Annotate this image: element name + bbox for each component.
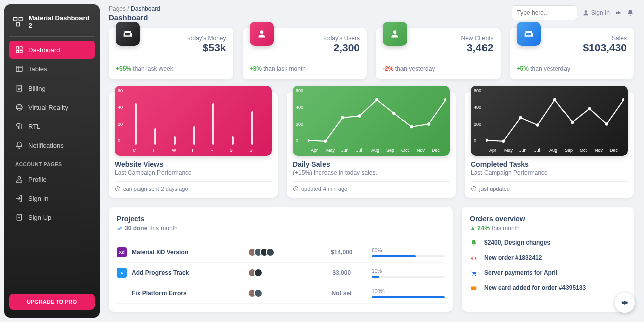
main: Pages / Dashboard Dashboard Sign In Toda…	[104, 0, 644, 322]
orders-title: Orders overview	[470, 215, 626, 223]
clock-icon	[293, 186, 299, 192]
order-item: New card added for order #4395133	[470, 284, 626, 292]
bell-icon[interactable]	[627, 9, 634, 16]
person-icon	[250, 22, 274, 46]
svg-rect-4	[20, 47, 22, 49]
svg-point-10	[16, 106, 22, 108]
code-icon	[470, 254, 478, 262]
chart-title: Website Views	[115, 160, 272, 168]
page-title: Dashboard	[109, 13, 160, 22]
stat-delta: +55% than lask week	[116, 59, 226, 72]
order-text: New card added for order #4395133	[484, 284, 586, 292]
brand-icon	[12, 16, 24, 28]
stat-card: Sales$103,430 +5% than yesterday	[510, 28, 634, 79]
avatar	[266, 248, 275, 257]
search-input[interactable]	[512, 5, 577, 20]
svg-point-22	[392, 112, 395, 115]
chart-card: 0204060MTWTFSS Website Views Last Campai…	[109, 92, 278, 198]
brand: Material Dashboard 2	[9, 12, 95, 37]
svg-point-27	[486, 139, 488, 142]
stat-value: 3,462	[413, 42, 494, 54]
vr-icon	[15, 103, 23, 111]
projects-panel: Projects 30 done this month XdMaterial X…	[109, 207, 453, 312]
cart-icon	[470, 269, 478, 277]
project-row: ⁂Fix Platform Errors Not set 100%	[117, 283, 445, 304]
receipt-icon	[15, 84, 23, 92]
upgrade-button[interactable]: UPGRADE TO PRO	[9, 294, 95, 310]
weekend-icon	[517, 22, 541, 46]
project-icon: ▲	[117, 268, 127, 278]
svg-point-17	[308, 139, 309, 142]
svg-point-19	[341, 116, 344, 119]
nav: DashboardTablesBillingVirtual RealityRTL…	[9, 41, 95, 294]
nav-item-profile[interactable]: Profile	[9, 170, 95, 188]
user-icon	[582, 9, 589, 16]
nav-item-sign in[interactable]: Sign In	[9, 189, 95, 207]
project-row: XdMaterial XD Version $14,000 60%	[117, 242, 445, 263]
svg-point-38	[475, 275, 476, 276]
svg-rect-1	[19, 17, 22, 21]
chart-meta: just updated	[471, 181, 628, 192]
project-members	[251, 248, 311, 257]
project-name: ⁂Fix Platform Errors	[117, 288, 251, 298]
project-row: ▲Add Progress Track $3,000 10%	[117, 263, 445, 283]
project-name: ▲Add Progress Track	[117, 268, 251, 278]
project-members	[251, 289, 311, 298]
orders-panel: Orders overview ▲ 24% this month $2400, …	[462, 207, 634, 312]
project-budget: $14,000	[311, 249, 372, 256]
orders-subtitle: ▲ 24% this month	[470, 225, 626, 232]
chart-subtitle: Last Campaign Performance	[115, 169, 272, 176]
stat-value: $53k	[146, 42, 226, 54]
nav-item-notifications[interactable]: Notifications	[9, 136, 95, 154]
order-text: $2400, Design changes	[484, 239, 550, 247]
project-members	[251, 268, 311, 277]
dashboard-icon	[15, 46, 23, 54]
nav-item-billing[interactable]: Billing	[9, 79, 95, 97]
gear-icon	[620, 298, 629, 307]
brand-label: Material Dashboard 2	[29, 14, 92, 29]
chart-meta: updated 4 min ago	[293, 181, 450, 192]
order-text: Server payments for April	[484, 269, 557, 277]
svg-point-9	[16, 104, 22, 110]
settings-fab[interactable]	[615, 293, 635, 313]
chart-canvas: 0200400600AprMayJunJulAugSepOctNovDec	[293, 86, 450, 156]
stat-label: Today's Users	[280, 35, 360, 42]
avatar	[254, 268, 263, 277]
svg-point-30	[536, 123, 539, 126]
check-icon	[117, 225, 123, 231]
chart-card: 0200400600AprMayJunJulAugSepOctNovDec Da…	[287, 92, 456, 198]
stat-card: New Clients3,462 -2% than yesterday	[376, 28, 501, 79]
project-completion: 60%	[372, 248, 445, 257]
nav-item-tables[interactable]: Tables	[9, 60, 95, 78]
svg-point-32	[571, 121, 574, 124]
svg-point-28	[502, 140, 505, 143]
stat-label: New Clients	[413, 35, 494, 42]
nav-item-sign up[interactable]: Sign Up	[9, 208, 95, 226]
stat-delta: -2% than yesterday	[383, 59, 494, 72]
svg-rect-39	[471, 287, 477, 290]
chart-cards: 0204060MTWTFSS Website Views Last Campai…	[109, 92, 634, 198]
user-icon	[15, 175, 23, 183]
order-item: Server payments for April	[470, 269, 626, 277]
gear-icon[interactable]	[615, 9, 622, 16]
nav-item-rtl[interactable]: RTL	[9, 117, 95, 135]
project-budget: $3,000	[311, 269, 372, 276]
svg-rect-0	[14, 17, 17, 21]
svg-point-13	[584, 10, 587, 13]
svg-point-21	[375, 98, 378, 101]
stat-delta: +5% than yesterday	[517, 59, 627, 72]
clock-icon	[115, 186, 121, 192]
chart-meta: campaign sent 2 days ago	[115, 181, 272, 192]
signin-link[interactable]: Sign In	[582, 9, 610, 16]
project-icon: ⁂	[117, 288, 127, 298]
card-icon	[470, 284, 478, 292]
sidebar: Material Dashboard 2 DashboardTablesBill…	[4, 4, 100, 318]
svg-point-34	[605, 122, 608, 125]
nav-item-virtual reality[interactable]: Virtual Reality	[9, 98, 95, 116]
order-item: $2400, Design changes	[470, 239, 626, 247]
nav-item-dashboard[interactable]: Dashboard	[9, 41, 95, 59]
signup-icon	[15, 213, 23, 221]
projects-title: Projects	[117, 215, 445, 223]
chart-title: Completed Tasks	[471, 160, 628, 168]
stat-label: Today's Money	[146, 35, 226, 42]
